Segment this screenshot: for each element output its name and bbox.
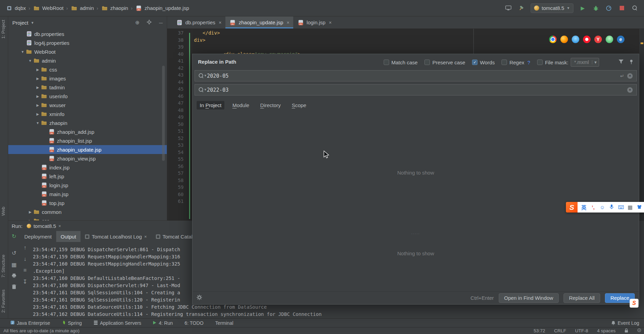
- tab-zhaopin-update-jsp[interactable]: jsp zhaopin_update.jsp ×: [225, 16, 293, 28]
- breadcrumb-item[interactable]: jspzhaopin_update.jsp: [135, 5, 189, 11]
- toolbar-item-spring[interactable]: Spring: [62, 320, 82, 326]
- clear-icon[interactable]: ×: [627, 73, 633, 79]
- chrome-browser-icon[interactable]: [549, 36, 557, 43]
- search-icon[interactable]: ▼: [199, 87, 204, 92]
- tree-expand-arrow-icon[interactable]: ▼: [35, 121, 40, 125]
- sogou-mini-icon[interactable]: S: [630, 299, 639, 308]
- replace-all-button[interactable]: Replace All: [564, 293, 600, 303]
- keyboard-icon[interactable]: [616, 204, 626, 210]
- project-panel-title[interactable]: Project: [12, 20, 28, 26]
- settings-gear-icon[interactable]: [147, 20, 152, 26]
- splitter-handle[interactable]: .....: [193, 231, 639, 235]
- option-words[interactable]: Words: [472, 60, 495, 65]
- run-tab-tomcat-localhost-log[interactable]: Tomcat Localhost Log×: [80, 231, 151, 242]
- close-icon[interactable]: ×: [144, 234, 147, 239]
- tree-expand-arrow-icon[interactable]: ▼: [20, 50, 25, 54]
- checkbox[interactable]: [472, 60, 478, 65]
- toolwindow-button-web[interactable]: Web: [1, 207, 6, 216]
- settings-gear-icon[interactable]: [197, 295, 202, 301]
- run-session-tab[interactable]: tomcat8.5 ×: [27, 223, 61, 229]
- tree-item-main-jsp[interactable]: jspmain.jsp: [8, 190, 167, 198]
- breadcrumb-item[interactable]: admin: [71, 5, 94, 11]
- grid-icon[interactable]: ▦: [11, 261, 16, 268]
- scroll-to-end-icon[interactable]: ↧: [23, 279, 27, 285]
- tree-item-zhaopin_add-jsp[interactable]: jspzhaopin_add.jsp: [8, 127, 167, 136]
- option-regex[interactable]: Regex?: [501, 60, 530, 65]
- toolbar-item-6-todo[interactable]: 6: TODO: [185, 320, 204, 326]
- editor-error-stripe[interactable]: [640, 29, 644, 220]
- search-icon[interactable]: ▼: [199, 73, 204, 78]
- file-encoding[interactable]: UTF-8: [575, 328, 588, 333]
- line-ending[interactable]: CRLF: [554, 328, 566, 333]
- close-icon[interactable]: ×: [219, 20, 222, 25]
- down-stack-trace-icon[interactable]: ↓: [24, 256, 26, 262]
- tree-item-login-jsp[interactable]: jsplogin.jsp: [8, 181, 167, 190]
- tree-expand-arrow-icon[interactable]: ▶: [35, 86, 40, 89]
- tree-expand-arrow-icon[interactable]: ▶: [35, 68, 40, 72]
- tab-login-jsp[interactable]: jsp login.jsp ×: [293, 16, 335, 28]
- emoji-button[interactable]: ☺: [598, 204, 607, 210]
- file-mask-checkbox[interactable]: [537, 60, 543, 65]
- skin-icon[interactable]: [635, 204, 644, 210]
- toolbar-item-4-run[interactable]: 4: Run: [153, 320, 173, 326]
- pin-icon[interactable]: [629, 59, 634, 65]
- toolbar-item-application-servers[interactable]: Application Servers: [94, 320, 141, 326]
- scope-scope[interactable]: Scope: [289, 101, 310, 110]
- scope-in-project[interactable]: In Project: [197, 101, 224, 110]
- tree-item-css[interactable]: ▶css: [8, 65, 167, 74]
- close-icon[interactable]: ×: [59, 223, 61, 229]
- hide-panel-icon[interactable]: ─: [159, 20, 163, 26]
- tree-item-css[interactable]: ▶css: [8, 216, 167, 220]
- close-icon[interactable]: ×: [329, 20, 332, 25]
- lock-icon[interactable]: [624, 328, 628, 334]
- newline-icon[interactable]: ↵: [620, 73, 624, 79]
- coverage-icon[interactable]: [605, 4, 612, 12]
- locate-file-icon[interactable]: ⊕: [135, 20, 140, 26]
- clear-icon[interactable]: ×: [627, 87, 633, 93]
- file-mask-combo[interactable]: *.mxml ▼: [571, 58, 599, 67]
- stop-button[interactable]: [618, 4, 626, 12]
- tree-item-index-jsp[interactable]: jspindex.jsp: [8, 163, 167, 172]
- toolwindow-button-project[interactable]: 1: Project: [1, 20, 6, 39]
- tree-item-top-jsp[interactable]: jsptop.jsp: [8, 198, 167, 207]
- close-icon[interactable]: ×: [287, 20, 289, 25]
- sogou-logo-icon[interactable]: S: [566, 202, 578, 213]
- regex-help-icon[interactable]: ?: [528, 60, 530, 65]
- clear-console-trash-icon[interactable]: [12, 284, 16, 291]
- restart-server-icon[interactable]: ↺: [12, 250, 16, 256]
- tree-item-admin[interactable]: ▼admin: [8, 56, 167, 65]
- search-field[interactable]: ▼ 2020-05 ↵ ×: [195, 70, 637, 81]
- checkbox[interactable]: [501, 60, 507, 65]
- rerun-icon[interactable]: ↻: [12, 233, 16, 240]
- tree-item-common[interactable]: ▶common: [8, 207, 167, 216]
- toolwindow-button-favorites[interactable]: 2: Favorites: [1, 290, 6, 313]
- run-tab-output[interactable]: Output: [56, 231, 80, 242]
- print-icon[interactable]: [12, 273, 16, 279]
- breadcrumb-item[interactable]: dqbx: [5, 5, 26, 11]
- scope-module[interactable]: Module: [229, 101, 252, 110]
- open-in-find-window-button[interactable]: Open in Find Window: [499, 293, 559, 303]
- file-mask-option[interactable]: File mask: *.mxml ▼: [537, 58, 599, 67]
- tree-item-zhaopin_update-jsp[interactable]: jspzhaopin_update.jsp: [8, 145, 167, 154]
- tree-item-userinfo[interactable]: ▶userinfo: [8, 92, 167, 101]
- run-config-selector[interactable]: tomcat8.5 ▼: [531, 3, 573, 13]
- run-button[interactable]: ▶: [579, 4, 586, 12]
- indicator-icon[interactable]: [637, 328, 641, 333]
- tree-item-zhaopin[interactable]: ▼zhaopin: [8, 118, 167, 127]
- filter-funnel-icon[interactable]: [618, 59, 624, 65]
- event-log-button[interactable]: Event Log: [611, 320, 639, 326]
- tree-expand-arrow-icon[interactable]: ▶: [35, 77, 40, 80]
- tab-db-properties[interactable]: db.properties ×: [172, 16, 225, 28]
- replace-field[interactable]: ▼ 2022-03 ×: [195, 84, 637, 95]
- toolbar-item-java-enterprise[interactable]: JJava Enterprise: [10, 320, 50, 326]
- tree-item-tadmin[interactable]: ▶tadmin: [8, 83, 167, 92]
- checkbox[interactable]: [424, 60, 430, 65]
- tree-item-db-properties[interactable]: db.properties: [8, 29, 167, 38]
- language-mode-button[interactable]: 英: [579, 204, 589, 211]
- edge-browser-icon[interactable]: e: [617, 36, 624, 43]
- option-preserve-case[interactable]: Preserve case: [424, 60, 465, 65]
- punctuation-button[interactable]: ’,: [589, 204, 598, 210]
- mic-icon[interactable]: [607, 204, 616, 210]
- tree-item-zhaopin_list-jsp[interactable]: jspzhaopin_list.jsp: [8, 136, 167, 145]
- tree-item-images[interactable]: ▶images: [8, 74, 167, 83]
